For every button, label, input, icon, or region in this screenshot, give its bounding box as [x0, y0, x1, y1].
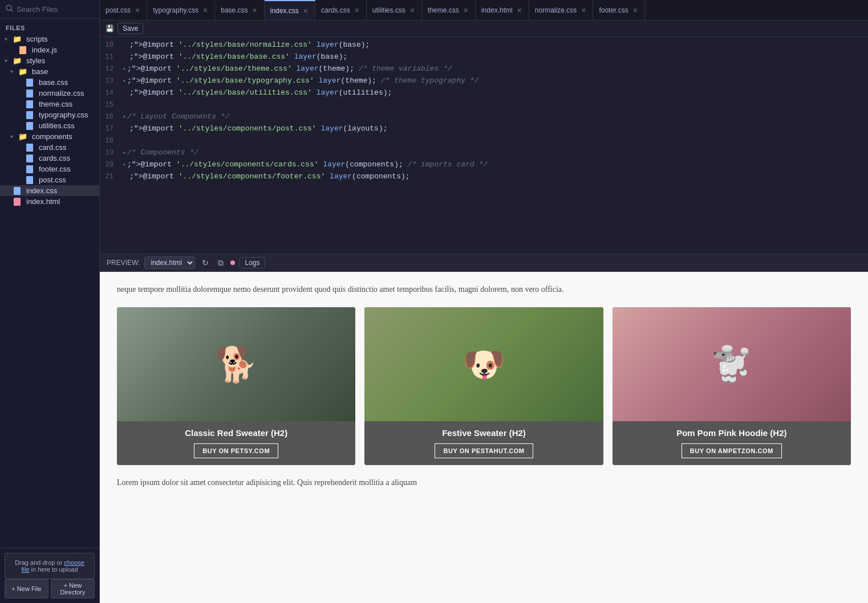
- line-content: ;">@import '../styles/base/typography.cs…: [127, 75, 478, 87]
- code-line[interactable]: 15: [100, 99, 868, 111]
- tab-label: footer.css: [599, 6, 628, 14]
- sidebar-item-components-folder[interactable]: ▾📁components: [0, 131, 99, 142]
- sidebar-item-base-folder[interactable]: ▾📁base: [0, 66, 99, 77]
- code-editor[interactable]: 10;">@import '../styles/base/normalize.c…: [100, 37, 868, 254]
- tab-close-button[interactable]: ×: [202, 6, 209, 14]
- tab-label: base.css: [221, 6, 248, 14]
- card-body: Pom Pom Pink Hoodie (H2)BUY ON AMPETZON.…: [613, 421, 851, 465]
- fold-arrow[interactable]: ▾: [123, 161, 126, 170]
- tab-typography-css-tab[interactable]: typography.css×: [147, 0, 215, 20]
- search-bar[interactable]: [0, 0, 99, 19]
- tab-close-button[interactable]: ×: [632, 6, 639, 14]
- editor-preview-split: 💾 Save 10;">@import '../styles/base/norm…: [100, 21, 868, 603]
- card-title: Classic Red Sweater (H2): [124, 428, 348, 438]
- sidebar-item-base-css[interactable]: base.css: [0, 77, 99, 88]
- sidebar-item-normalize-css[interactable]: normalize.css: [0, 88, 99, 99]
- sidebar-item-typography-css[interactable]: typography.css: [0, 109, 99, 120]
- sidebar-item-card-css[interactable]: card.css: [0, 142, 99, 153]
- fold-arrow[interactable]: ▾: [123, 113, 126, 122]
- card-image: 🐶: [364, 307, 603, 421]
- tab-close-button[interactable]: ×: [516, 6, 523, 14]
- tab-normalize-css-tab[interactable]: normalize.css×: [529, 0, 594, 20]
- refresh-button[interactable]: ↻: [200, 257, 211, 268]
- card-image: 🐩: [613, 307, 851, 421]
- sidebar-item-post-css[interactable]: post.css: [0, 174, 99, 185]
- status-dot: [230, 260, 235, 265]
- code-line[interactable]: 17;">@import '../styles/components/post.…: [100, 123, 868, 135]
- tab-index-html-tab[interactable]: index.html×: [476, 0, 529, 20]
- line-content: [129, 99, 134, 111]
- tab-footer-css-tab[interactable]: footer.css×: [593, 0, 645, 20]
- code-line[interactable]: 21;">@import '../styles/components/foote…: [100, 171, 868, 183]
- file-icon: [26, 89, 33, 97]
- code-line[interactable]: 18: [100, 135, 868, 147]
- open-external-button[interactable]: ⧉: [216, 257, 226, 269]
- tab-cards-css-tab[interactable]: cards.css×: [315, 0, 367, 20]
- code-line[interactable]: 14;">@import '../styles/base/utilities.c…: [100, 87, 868, 99]
- tree-item-label: post.css: [39, 176, 66, 184]
- tab-label: cards.css: [321, 6, 350, 14]
- new-directory-button[interactable]: + New Directory: [51, 579, 95, 598]
- fold-arrow[interactable]: ▾: [123, 149, 126, 158]
- tab-close-button[interactable]: ×: [354, 6, 360, 14]
- line-number: 17: [100, 124, 123, 135]
- tree-item-label: styles: [26, 56, 45, 65]
- file-icon: [14, 187, 21, 195]
- tab-label: index.css: [270, 7, 299, 15]
- code-line[interactable]: 19▾/* Components */: [100, 147, 868, 159]
- tab-base-css-tab[interactable]: base.css×: [215, 0, 265, 20]
- tab-close-button[interactable]: ×: [409, 6, 416, 14]
- file-icon: [14, 198, 21, 206]
- tab-close-button[interactable]: ×: [302, 7, 309, 15]
- tab-theme-css-tab[interactable]: theme.css×: [422, 0, 476, 20]
- tab-index-css-tab[interactable]: index.css×: [265, 0, 315, 20]
- code-line[interactable]: 11;">@import '../styles/base/base.css' l…: [100, 51, 868, 63]
- fold-arrow[interactable]: ▾: [123, 65, 126, 74]
- sidebar-item-footer-css[interactable]: footer.css: [0, 164, 99, 174]
- sidebar-item-scripts-folder[interactable]: ▾📁scripts: [0, 34, 99, 44]
- file-icon: [26, 176, 33, 184]
- tab-close-button[interactable]: ×: [463, 6, 469, 14]
- sidebar-item-theme-css[interactable]: theme.css: [0, 99, 99, 109]
- line-content: /* Layout Components */: [127, 111, 229, 123]
- upload-zone: Drag and drop or choose file in here to …: [5, 553, 95, 579]
- code-line[interactable]: 13▾;">@import '../styles/base/typography…: [100, 75, 868, 87]
- line-content: [129, 135, 134, 147]
- sidebar-item-styles-folder[interactable]: ▾📁styles: [0, 55, 99, 66]
- editor-code[interactable]: 10;">@import '../styles/base/normalize.c…: [100, 37, 868, 254]
- card-title: Pom Pom Pink Hoodie (H2): [619, 428, 844, 438]
- code-line[interactable]: 20▾;">@import '../styles/components/card…: [100, 159, 868, 171]
- sidebar-item-index-html[interactable]: index.html: [0, 196, 99, 207]
- code-line[interactable]: 10;">@import '../styles/base/normalize.c…: [100, 39, 868, 51]
- logs-button[interactable]: Logs: [240, 257, 265, 268]
- tree-item-label: typography.css: [39, 111, 88, 119]
- new-file-button[interactable]: + New File: [5, 579, 48, 598]
- tab-post-css-tab[interactable]: post.css×: [100, 0, 147, 20]
- tab-utilities-css-tab[interactable]: utilities.css×: [367, 0, 422, 20]
- sidebar-item-index-js[interactable]: index.js: [0, 44, 99, 55]
- search-input[interactable]: [17, 5, 94, 14]
- preview-footer-text: Lorem ipsum dolor sit amet consectetur a…: [117, 476, 851, 489]
- preview-select[interactable]: index.html: [144, 256, 195, 269]
- sidebar-item-index-css[interactable]: index.css: [0, 185, 99, 196]
- card-buy-button[interactable]: BUY ON AMPETZON.COM: [682, 443, 782, 458]
- tab-close-button[interactable]: ×: [252, 6, 258, 14]
- tab-close-button[interactable]: ×: [134, 6, 141, 14]
- line-content: ;">@import '../styles/components/cards.c…: [127, 159, 488, 171]
- sidebar-item-cards-css[interactable]: cards.css: [0, 153, 99, 164]
- line-content: ;">@import '../styles/base/normalize.css…: [129, 39, 370, 51]
- code-line[interactable]: 16▾/* Layout Components */: [100, 111, 868, 123]
- file-icon: [26, 144, 33, 152]
- code-line[interactable]: 12▾;">@import '../styles/base/theme.css'…: [100, 63, 868, 75]
- tab-label: index.html: [481, 6, 513, 14]
- card-buy-button[interactable]: BUY ON PESTAHUT.COM: [435, 443, 533, 458]
- card-buy-button[interactable]: BUY ON PETSY.COM: [194, 443, 278, 458]
- files-section: Files ▾📁scriptsindex.js▾📁styles▾📁basebas…: [0, 19, 99, 548]
- line-number: 10: [100, 40, 123, 51]
- fold-arrow[interactable]: ▾: [123, 77, 126, 86]
- sidebar-item-utilities-css[interactable]: utilities.css: [0, 120, 99, 131]
- tabs-bar: post.css×typography.css×base.css×index.c…: [100, 0, 868, 21]
- line-content: ;">@import '../styles/base/base.css' lay…: [129, 51, 347, 63]
- tab-close-button[interactable]: ×: [580, 6, 587, 14]
- save-button[interactable]: Save: [117, 23, 143, 34]
